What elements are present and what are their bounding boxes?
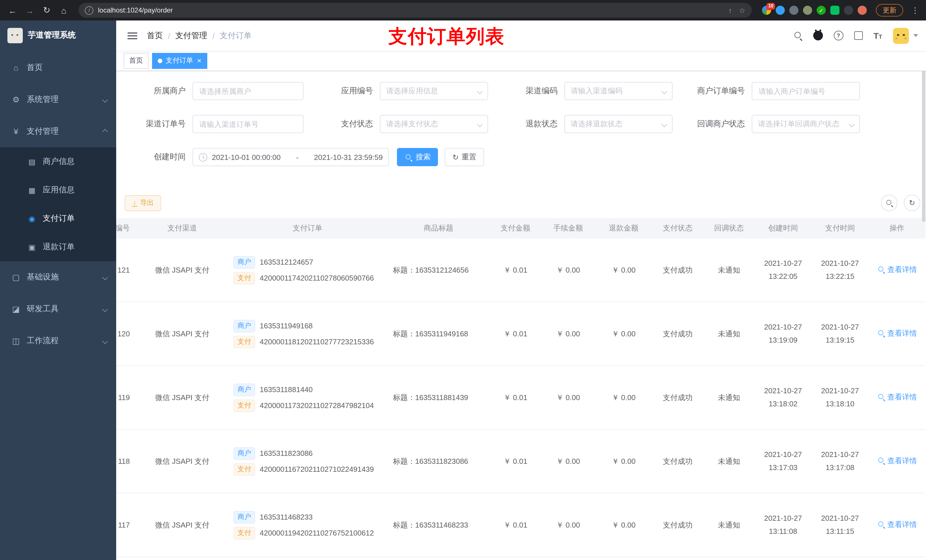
table-row: 119 微信 JSAPI 支付 商户 1635311881440 支付 4200… [116,366,925,430]
merchant-tag: 商户 [233,447,255,460]
channel-order-no-input[interactable] [192,115,304,133]
search-form: 所属商户 应用编号 请选择应用信息 渠道编码 请输入渠道编码 [116,71,926,181]
merchant-order-no: 1635311468233 [260,513,313,521]
home-icon[interactable]: ⌂ [57,3,71,17]
forward-icon[interactable]: → [23,3,36,17]
view-detail-link[interactable]: 查看详情 [877,392,917,402]
channel-code-select[interactable]: 请输入渠道编码 [564,82,673,100]
sidebar-item-infra[interactable]: ▢ 基础设施 [0,261,116,293]
cell-title: 标题：1635311823086 [387,456,490,466]
search-icon [878,521,885,528]
range-start: 2021-10-01 00:00:00 [212,153,280,162]
search-button[interactable]: 搜索 [397,148,438,166]
refund-status-select[interactable]: 请选择退款状态 [564,115,673,133]
tab-pay-order[interactable]: 支付订单 × [152,53,207,69]
reload-icon[interactable]: ↻ [40,3,53,17]
extension-icon[interactable]: 10 [762,6,771,15]
extension-icon[interactable] [803,6,812,15]
breadcrumb-payment[interactable]: 支付管理 [176,30,207,41]
cell-id: 118 [116,457,137,465]
col-refund: 退款金额 [595,223,652,233]
close-icon[interactable]: × [197,57,201,64]
address-bar[interactable]: i localhost:1024/pay/order ↑ ☆ [79,3,752,18]
yen-icon: ¥ [11,127,21,136]
notify-status-select[interactable]: 请选择订单回调商户状态 [752,115,860,133]
chevron-up-icon [102,128,108,134]
breadcrumb: 首页 / 支付管理 / 支付订单 [147,30,252,41]
view-detail-link[interactable]: 查看详情 [877,519,917,530]
cell-pay-status: 支付成功 [652,329,703,339]
sidebar: 芋道管理系统 ⌂ 首页 ⚙ 系统管理 ¥ 支付管理 [0,21,116,560]
chevron-down-icon[interactable] [914,34,918,37]
extension-icon[interactable]: ✓ [817,6,826,15]
col-pay-status: 支付状态 [652,223,703,233]
tab-home[interactable]: 首页 [124,53,149,69]
sidebar-item-refund-order[interactable]: ▣ 退款订单 [0,233,116,261]
extension-icon[interactable] [789,6,799,15]
table-row: 商户 1635311815796 支付 查看详情 [116,557,925,560]
orders-table: 编号 支付渠道 支付订单 商品标题 支付金额 手续金额 退款金额 支付状态 回调… [116,218,926,560]
export-button[interactable]: ↓ 导出 [125,195,161,211]
extension-icon[interactable] [830,6,840,15]
sidebar-item-workflow[interactable]: ◫ 工作流程 [0,325,116,357]
cell-refund: ￥ 0.00 [595,456,652,466]
cell-amount: ￥ 0.01 [490,265,541,275]
cell-fee: ￥ 0.00 [541,265,595,275]
github-icon[interactable] [813,31,823,41]
cell-pay-status: 支付成功 [652,456,703,466]
extension-icon[interactable] [858,6,867,15]
view-detail-link[interactable]: 查看详情 [877,328,917,339]
cell-pay-order: 商户 1635311881440 支付 42000011732021102728… [228,380,387,415]
scrollbar-thumb[interactable] [922,51,925,222]
extensions-puzzle-icon[interactable] [844,6,853,15]
sidebar-item-pay-order[interactable]: ◉ 支付订单 [0,204,116,233]
sidebar-item-merchant-info[interactable]: ▤ 商户信息 [0,147,116,176]
refresh-button[interactable]: ↻ [904,195,920,211]
help-icon[interactable]: ? [834,31,843,41]
reset-button[interactable]: ↻ 重置 [445,148,484,166]
sidebar-item-devtools[interactable]: ◪ 研发工具 [0,293,116,325]
browser-update-button[interactable]: 更新 [876,4,903,17]
view-detail-link[interactable]: 查看详情 [877,265,917,275]
cell-pay-channel: 微信 JSAPI 支付 [137,329,228,339]
breadcrumb-home[interactable]: 首页 [147,30,163,41]
app-no-label: 应用编号 [316,86,373,96]
fullscreen-icon[interactable] [854,31,862,40]
view-detail-link[interactable]: 查看详情 [877,456,917,466]
site-info-icon[interactable]: i [85,6,94,15]
pay-status-select[interactable]: 请选择支付状态 [380,115,488,133]
col-amount: 支付金额 [490,223,541,233]
merchant-select[interactable] [192,82,304,100]
app: 芋道管理系统 ⌂ 首页 ⚙ 系统管理 ¥ 支付管理 [0,21,926,560]
channel-code-label: 渠道编码 [501,86,558,96]
browser-menu-icon[interactable]: ⋮ [910,6,920,15]
sidebar-item-home[interactable]: ⌂ 首页 [0,52,116,84]
cell-pay-time: 2021-10-27 13:19:15 [811,321,869,346]
sidebar-menu: ⌂ 首页 ⚙ 系统管理 ¥ 支付管理 ▤ 商户信息 [0,50,116,357]
sidebar-item-system[interactable]: ⚙ 系统管理 [0,84,116,116]
merchant-order-no-input[interactable] [752,82,860,100]
monitor-icon: ▢ [11,273,21,282]
toggle-search-button[interactable] [881,195,897,211]
sidebar-item-app-info[interactable]: ▦ 应用信息 [0,176,116,204]
back-icon[interactable]: ← [6,3,20,17]
col-id: 编号 [116,223,137,233]
merchant-order-no: 1635311823086 [260,449,313,457]
bookmark-star-icon[interactable]: ☆ [739,6,746,15]
merchant-label: 所属商户 [122,86,186,96]
sidebar-item-payment[interactable]: ¥ 支付管理 [0,116,116,147]
logo-title: 芋道管理系统 [28,30,76,41]
share-icon[interactable]: ↑ [728,6,732,15]
app-select[interactable]: 请选择应用信息 [380,82,488,100]
create-time-range-picker[interactable]: 2021-10-01 00:00:00 - 2021-10-31 23:59:5… [192,148,389,166]
col-pay-channel: 支付渠道 [137,223,228,233]
cell-pay-time: 2021-10-27 13:17:08 [811,449,869,474]
gear-icon: ⚙ [11,95,21,104]
extension-icon[interactable] [776,6,785,15]
collapse-sidebar-icon[interactable] [125,29,139,42]
search-icon[interactable] [794,31,802,40]
document-icon: ▣ [27,243,36,251]
avatar[interactable] [893,27,909,44]
cell-pay-time: 2021-10-27 13:22:15 [811,258,869,282]
font-size-icon[interactable]: TT [873,31,882,40]
